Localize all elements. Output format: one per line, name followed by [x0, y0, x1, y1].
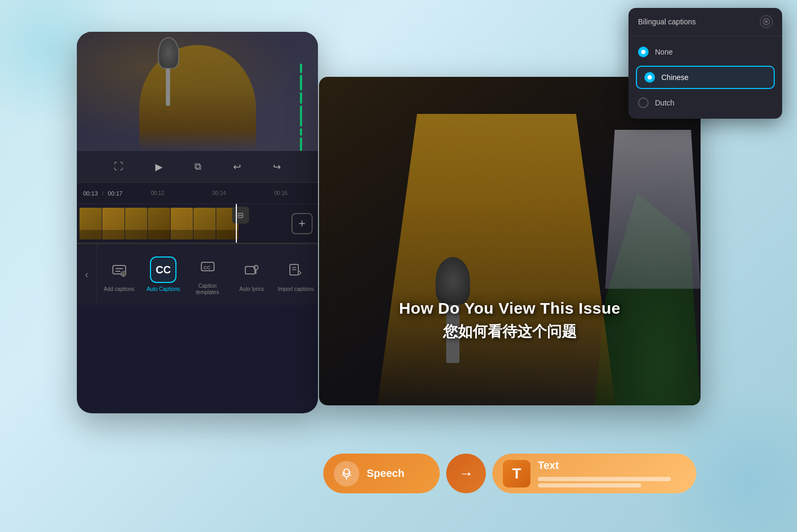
wave-bar-1	[300, 64, 302, 73]
filmstrip-frames	[79, 208, 238, 240]
speech-label: Speech	[367, 467, 404, 480]
bilingual-option-chinese[interactable]: Chinese	[636, 66, 775, 89]
phone-filmstrip: ⊟ +	[77, 204, 318, 244]
text-line-2	[538, 483, 641, 487]
second-person	[605, 130, 701, 289]
option-chinese-label: Chinese	[661, 73, 688, 82]
radio-chinese	[644, 72, 655, 83]
bilingual-close-button[interactable]	[760, 15, 773, 28]
playhead-line	[236, 204, 237, 243]
phone-toolbar: ‹ + Add captions CC	[77, 244, 318, 305]
text-label: Text	[538, 459, 686, 472]
option-dutch-label: Dutch	[655, 99, 675, 107]
toolbar-back-button[interactable]: ‹	[77, 244, 97, 305]
toolbar-items: + Add captions CC Auto Captions CC	[97, 244, 318, 305]
undo-button[interactable]: ↩	[233, 161, 241, 173]
bilingual-panel: Bilingual captions None Chinese Dutch	[628, 8, 782, 119]
wave-bar-3	[300, 92, 302, 104]
add-captions-icon: +	[106, 256, 132, 283]
add-captions-item[interactable]: + Add captions	[97, 244, 141, 305]
caption-overlay: How Do You View This Issue 您如何看待这个问题	[338, 299, 681, 342]
phone-controls: ⛶ ▶ ⧉ ↩ ↪	[77, 151, 318, 183]
phone-video-preview	[77, 32, 318, 151]
play-button[interactable]: ▶	[155, 161, 163, 173]
import-captions-item[interactable]: Import captions	[274, 244, 318, 305]
cut-marker: ⊟	[232, 207, 249, 224]
feature-strip: Speech → T Text	[319, 451, 701, 496]
speech-feature-card[interactable]: Speech	[323, 454, 440, 493]
marker-2: 00:14	[212, 190, 226, 196]
main-microphone-head	[436, 257, 470, 305]
add-captions-label: Add captions	[104, 286, 135, 292]
import-captions-icon	[282, 256, 309, 283]
phone-mockup: ⛶ ▶ ⧉ ↩ ↪ 00:13 / 00:17 00:12 00:14 00:1…	[77, 32, 318, 413]
redo-button[interactable]: ↪	[273, 161, 281, 173]
caption-english: How Do You View This Issue	[338, 299, 681, 317]
speech-arrow-button[interactable]: →	[446, 454, 486, 493]
text-content: Text	[538, 459, 686, 487]
radio-none	[638, 47, 649, 57]
marker-1: 00:12	[151, 190, 164, 196]
arrow-icon: →	[459, 465, 474, 482]
caption-templates-item[interactable]: CC Caption templates	[185, 244, 229, 305]
bilingual-option-none[interactable]: None	[628, 40, 782, 64]
import-captions-label: Import captions	[278, 286, 314, 292]
fullscreen-button[interactable]: ⛶	[114, 161, 123, 172]
wave-bar-6	[300, 137, 302, 151]
mic-head	[158, 37, 179, 69]
waveform	[300, 64, 302, 151]
text-feature-card[interactable]: T Text	[492, 454, 696, 493]
film-frame-4	[148, 208, 170, 240]
film-frame-6	[193, 208, 216, 240]
option-none-label: None	[655, 48, 672, 56]
bilingual-options: None Chinese Dutch	[628, 36, 782, 119]
bilingual-title: Bilingual captions	[638, 17, 696, 26]
speech-icon	[334, 461, 359, 486]
radio-chinese-inner	[648, 75, 652, 79]
text-icon: T	[503, 460, 530, 487]
wave-bar-4	[300, 105, 302, 127]
bilingual-option-dutch[interactable]: Dutch	[628, 91, 782, 114]
film-frame-5	[171, 208, 193, 240]
wave-bar-5	[300, 128, 302, 136]
cc-text-icon: CC	[156, 264, 171, 276]
text-line-1	[538, 477, 671, 481]
total-time: 00:17	[108, 190, 123, 197]
film-frame-2	[102, 208, 125, 240]
auto-lyrics-item[interactable]: Auto lyrics	[229, 244, 273, 305]
auto-lyrics-label: Auto lyrics	[240, 286, 264, 292]
auto-captions-label: Auto Captions	[147, 286, 180, 292]
bilingual-header: Bilingual captions	[628, 8, 782, 36]
radio-none-inner	[641, 50, 645, 54]
add-clip-button[interactable]: +	[291, 213, 313, 234]
svg-text:CC: CC	[203, 265, 210, 270]
caption-templates-label: Caption templates	[188, 283, 227, 296]
marker-3: 00:16	[274, 190, 287, 196]
auto-captions-item[interactable]: CC Auto Captions	[141, 244, 185, 305]
current-time: 00:13	[83, 190, 98, 197]
auto-lyrics-icon	[238, 256, 265, 283]
auto-captions-icon: CC	[150, 256, 176, 283]
radio-dutch	[638, 97, 649, 108]
film-frame-3	[125, 208, 147, 240]
phone-timeline: 00:13 / 00:17 00:12 00:14 00:16	[77, 183, 318, 204]
svg-text:+: +	[122, 272, 125, 277]
caption-chinese: 您如何看待这个问题	[338, 322, 681, 342]
film-frame-1	[79, 208, 102, 240]
main-video-preview: How Do You View This Issue 您如何看待这个问题	[319, 77, 701, 405]
caption-templates-icon: CC	[194, 253, 221, 280]
wave-bar-2	[300, 75, 302, 91]
pip-button[interactable]: ⧉	[194, 161, 201, 172]
timeline-markers: 00:12 00:14 00:16	[127, 190, 312, 196]
svg-point-13	[344, 469, 349, 474]
